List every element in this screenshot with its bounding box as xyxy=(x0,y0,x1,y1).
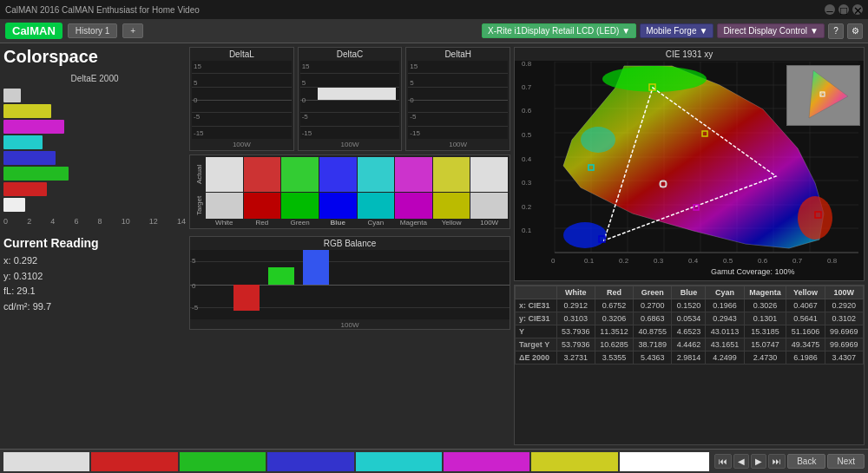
toolbar-right: X-Rite i1Display Retail LCD (LED) ▼ Mobi… xyxy=(482,23,863,39)
close-button[interactable]: ✕ xyxy=(852,4,863,15)
cell-ty-green: 38.7189 xyxy=(634,338,672,351)
add-tab-button[interactable]: + xyxy=(122,23,143,38)
svg-text:0.2: 0.2 xyxy=(619,257,629,265)
cie-chart: CIE 1931 xy xyxy=(514,47,865,281)
col-header-cyan: Cyan xyxy=(706,286,744,299)
row-label-de2000: ΔE 2000 xyxy=(516,351,557,365)
rgb-balance-title: RGB Balance xyxy=(190,237,510,250)
col-header-blue: Blue xyxy=(672,286,706,299)
help-button[interactable]: ? xyxy=(828,23,844,39)
rec-btn-3[interactable]: ▶ xyxy=(751,454,766,469)
source-dropdown[interactable]: Mobile Forge ▼ xyxy=(640,23,713,38)
bar-row-cyan xyxy=(3,135,186,149)
titlebar: CalMAN 2016 CalMAN Enthusiast for Home V… xyxy=(0,0,868,19)
cell-x-100w: 0.2920 xyxy=(825,299,863,312)
swatch-target-green xyxy=(281,193,319,219)
bar-red xyxy=(3,182,47,196)
cell-x-cyan: 0.1966 xyxy=(706,299,744,312)
maximize-button[interactable]: □ xyxy=(838,4,849,15)
swatch-labels-row: White Red Green Blue Cyan Magenta Yellow… xyxy=(192,219,508,227)
current-reading: Current Reading x: 0.292 y: 0.3102 fL: 2… xyxy=(3,233,186,314)
cell-Y-blue: 4.6523 xyxy=(672,325,706,338)
svg-point-39 xyxy=(563,222,607,248)
cell-x-yellow: 0.4067 xyxy=(786,299,825,312)
bar-cyan xyxy=(3,135,43,149)
bar-row-red xyxy=(3,182,186,196)
strip-swatch-white[interactable] xyxy=(3,452,89,471)
rec-btn-2[interactable]: ◀ xyxy=(733,454,749,469)
bottom-strip: ⏮ ◀ ▶ ⏭ Back Next xyxy=(0,449,868,473)
svg-text:0.8: 0.8 xyxy=(827,257,838,265)
swatch-actual-white xyxy=(206,157,243,192)
strip-swatch-cyan[interactable] xyxy=(356,452,442,471)
cie-inset xyxy=(786,65,860,126)
reading-fL: fL: 29.1 xyxy=(3,284,186,299)
row-label-targetY: Target Y xyxy=(516,338,557,351)
swatches-panel: Actual Target xyxy=(189,154,510,229)
bar-row-100w xyxy=(3,198,186,212)
back-button[interactable]: Back xyxy=(787,454,825,469)
swatch-target-magenta xyxy=(395,193,432,219)
swatch-label-magenta: Magenta xyxy=(395,219,432,227)
cell-Y-100w: 99.6969 xyxy=(825,325,863,338)
cell-ty-blue: 4.4462 xyxy=(672,338,706,351)
col-header-yellow: Yellow xyxy=(786,286,825,299)
swatch-target-100w xyxy=(470,193,508,219)
cell-x-blue: 0.1520 xyxy=(672,299,706,312)
deltaH-chart: DeltaH 15 5 0 -5 -15 xyxy=(405,47,510,151)
strip-swatch-blue[interactable] xyxy=(267,452,353,471)
cell-Y-red: 11.3512 xyxy=(595,325,633,338)
display-dropdown[interactable]: X-Rite i1Display Retail LCD (LED) ▼ xyxy=(482,23,636,38)
strip-swatch-red[interactable] xyxy=(91,452,177,471)
cell-ty-white: 53.7936 xyxy=(556,338,595,351)
deltae-label: DeltaE 2000 xyxy=(3,74,186,83)
swatch-actual-100w xyxy=(470,157,508,192)
rgb-green-bar xyxy=(268,267,294,285)
strip-swatch-green[interactable] xyxy=(180,452,266,471)
swatch-label-white: White xyxy=(206,219,243,227)
window-controls: – □ ✕ xyxy=(825,4,863,15)
svg-text:0.7: 0.7 xyxy=(522,83,532,91)
reading-x: x: 0.292 xyxy=(3,253,186,269)
swatch-actual-cyan xyxy=(358,157,395,192)
svg-text:0.8: 0.8 xyxy=(522,62,532,68)
cie-inset-svg xyxy=(787,66,860,126)
swatch-actual-green xyxy=(281,157,319,192)
toolbar: CalMAN History 1 + X-Rite i1Display Reta… xyxy=(0,19,868,43)
cell-de-green: 5.4363 xyxy=(634,351,672,365)
deltaH-x-label: 100W xyxy=(406,141,510,148)
cie-title: CIE 1931 xy xyxy=(515,48,864,61)
rgb-blue-bar xyxy=(303,250,329,285)
cell-de-yellow: 6.1986 xyxy=(786,351,825,365)
cell-y-magenta: 0.1301 xyxy=(744,312,786,325)
cell-x-white: 0.2912 xyxy=(556,299,595,312)
cell-ty-magenta: 15.0747 xyxy=(744,338,786,351)
cell-Y-magenta: 15.3185 xyxy=(744,325,786,338)
table-row: y: CIE31 0.3103 0.3206 0.6863 0.0534 0.2… xyxy=(516,312,864,325)
cell-ty-yellow: 49.3475 xyxy=(786,338,825,351)
strip-swatch-magenta[interactable] xyxy=(444,452,529,471)
cell-de-blue: 2.9814 xyxy=(672,351,706,365)
rec-btn-4[interactable]: ⏭ xyxy=(768,454,786,469)
swatch-label-yellow: Yellow xyxy=(433,219,470,227)
settings-button[interactable]: ⚙ xyxy=(847,23,863,39)
nav-area: Back Next xyxy=(787,454,865,469)
next-button[interactable]: Next xyxy=(827,454,865,469)
svg-text:0.3: 0.3 xyxy=(522,179,532,187)
svg-text:0.2: 0.2 xyxy=(522,203,532,211)
rgb-x-label: 100W xyxy=(190,321,510,329)
strip-swatch-yellow[interactable] xyxy=(531,452,617,471)
table-row: Y 53.7936 11.3512 40.8755 4.6523 43.0113… xyxy=(516,325,864,338)
minimize-button[interactable]: – xyxy=(825,4,835,15)
swatch-label-blue: Blue xyxy=(319,219,357,227)
history-button[interactable]: History 1 xyxy=(68,23,117,38)
measurements-table: White Red Green Blue Cyan Magenta Yellow… xyxy=(515,286,864,365)
bar-row-magenta xyxy=(3,120,186,134)
strip-swatch-100w[interactable] xyxy=(620,452,709,471)
col-header-white: White xyxy=(556,286,595,299)
control-dropdown[interactable]: Direct Display Control ▼ xyxy=(717,23,825,38)
cell-de-100w: 3.4307 xyxy=(825,351,863,365)
swatch-label-green: Green xyxy=(281,219,319,227)
rgb-balance-panel: RGB Balance 5 0 -5 100W xyxy=(189,236,510,330)
rec-btn-1[interactable]: ⏮ xyxy=(714,454,732,469)
